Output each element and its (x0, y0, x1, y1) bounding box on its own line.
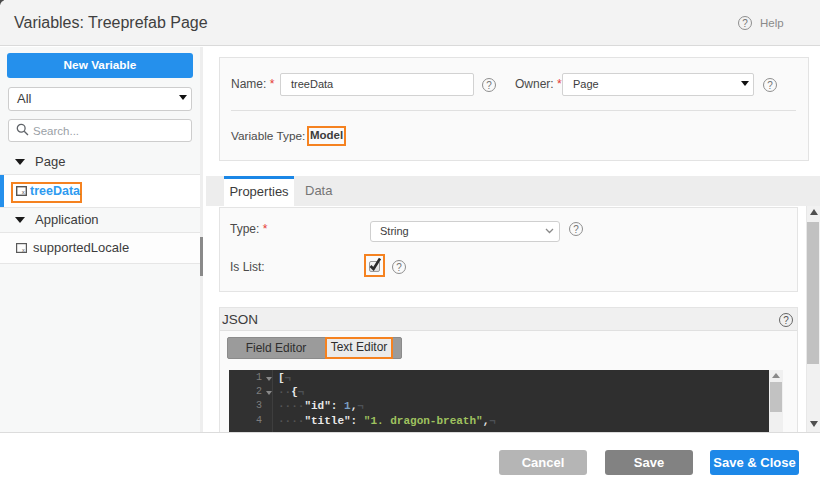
svg-text:x: x (22, 247, 25, 253)
svg-text:x: x (22, 189, 25, 195)
